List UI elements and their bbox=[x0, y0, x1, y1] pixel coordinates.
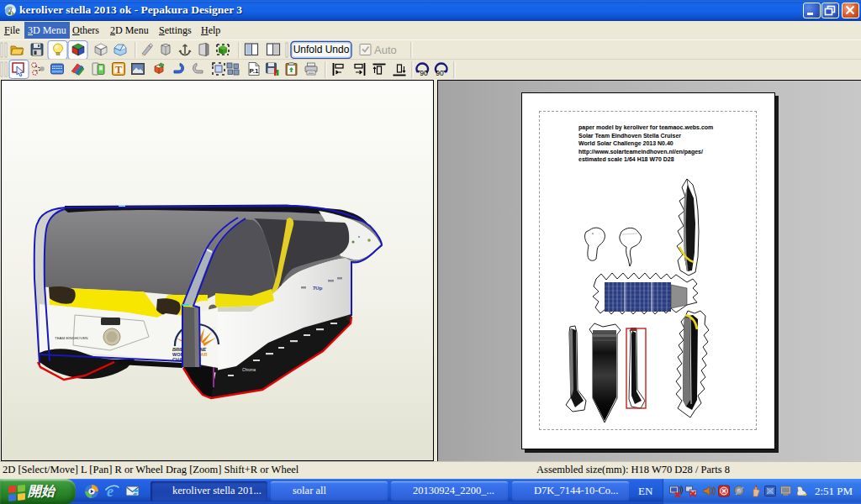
svg-text:Auto: Auto bbox=[374, 44, 397, 56]
svg-text:P.1: P.1 bbox=[250, 67, 260, 75]
svg-text:7Up: 7Up bbox=[313, 286, 323, 291]
svg-text:Chroma: Chroma bbox=[242, 368, 256, 372]
svg-text:TEAM EINDHOVEN: TEAM EINDHOVEN bbox=[55, 336, 88, 340]
svg-text:T: T bbox=[115, 64, 122, 76]
svg-text:90: 90 bbox=[436, 69, 444, 77]
svg-text:90: 90 bbox=[420, 69, 428, 77]
svg-text:Unfold Undo: Unfold Undo bbox=[293, 44, 350, 55]
